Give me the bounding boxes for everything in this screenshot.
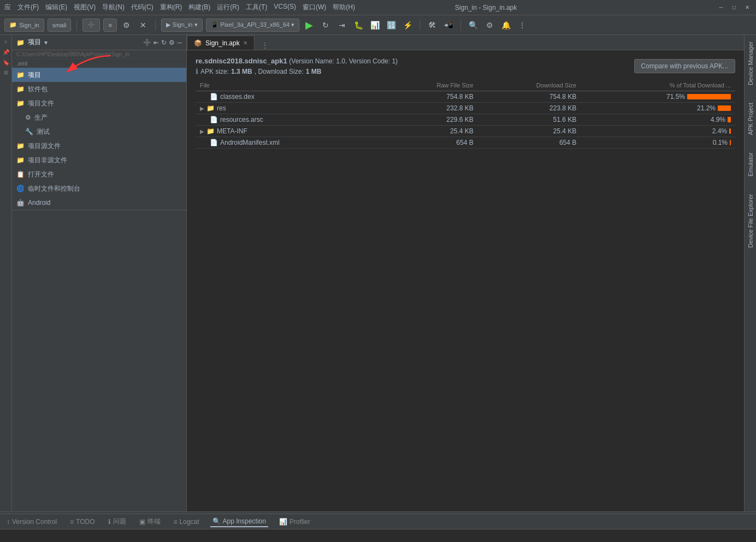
signin-label: Sign_in ▾ — [173, 21, 198, 28]
right-tab-emulator[interactable]: Emulator — [746, 148, 755, 181]
percent-text-0: 71.5% — [666, 93, 685, 101]
menu-app[interactable]: 应 — [4, 3, 11, 12]
left-strip-icon-3[interactable]: 🔖 — [3, 58, 9, 67]
notifications-button[interactable]: 🔔 — [499, 19, 512, 32]
file-table-body: 📄 classes.dex 754.8 KB754.8 KB 71.5% ▶ 📁… — [196, 91, 735, 149]
panel-close-icon[interactable]: ─ — [177, 39, 182, 46]
dropdown-item-project[interactable]: 📁 项目 — [12, 68, 186, 82]
table-row[interactable]: 📄 AndroidManifest.xml 654 B654 B 0.1% — [196, 137, 735, 149]
dropdown-item-production[interactable]: ⚙ 生产 — [12, 110, 186, 125]
dropdown-item-packages[interactable]: 📁 软件包 — [12, 82, 186, 96]
table-row[interactable]: ▶ 📁 META-INF 25.4 KB25.4 KB 2.4% — [196, 126, 735, 137]
close-panel-icon[interactable]: ✕ — [137, 19, 150, 32]
menu-window[interactable]: 窗口(W) — [303, 3, 326, 12]
compare-button[interactable]: Compare with previous APK... — [634, 59, 735, 73]
table-row[interactable]: 📄 resources.arsc 229.6 KB51.6 KB 4.9% — [196, 114, 735, 126]
profile-button[interactable]: 📊 — [368, 19, 381, 32]
bottom-tab-issues[interactable]: ℹ 问题 — [106, 516, 128, 527]
toolbar-separator-3 — [420, 20, 420, 31]
add-config-button[interactable]: ➕ — [82, 19, 100, 32]
table-row[interactable]: 📄 classes.dex 754.8 KB754.8 KB 71.5% — [196, 91, 735, 103]
settings-global-button[interactable]: ⚙ — [483, 19, 496, 32]
panel-dropdown-arrow[interactable]: ▾ — [44, 39, 48, 46]
project-selector[interactable]: 📁 Sign_in — [4, 19, 44, 32]
bottom-tab-profiler[interactable]: 📊 Profiler — [277, 517, 312, 527]
left-strip-icon-1[interactable]: ≡ — [4, 37, 8, 46]
left-strip-icon-4[interactable]: 🛠 — [3, 68, 9, 78]
expand-chevron[interactable]: ▶ — [200, 105, 204, 111]
bottom-tab-version-control[interactable]: ↕ Version Control — [4, 517, 59, 527]
bottom-tab-terminal[interactable]: ▣ 终端 — [137, 516, 163, 527]
bottom-tab-logcat[interactable]: ≡ Logcat — [172, 517, 202, 527]
menu-tools[interactable]: 工具(T) — [246, 3, 267, 12]
menu-bar[interactable]: 应 文件(F) 编辑(E) 视图(V) 导航(N) 代码(C) 重构(R) 构建… — [4, 3, 355, 12]
minimize-button[interactable]: ─ — [717, 3, 725, 12]
menu-view[interactable]: 视图(V) — [74, 3, 96, 12]
energy-button[interactable]: ⚡ — [401, 19, 414, 32]
dropdown-item-projectnonsrc[interactable]: 📁 项目非源文件 — [12, 153, 186, 167]
avd-manager-button[interactable]: 📲 — [442, 19, 455, 32]
step-over-button[interactable]: ⇥ — [335, 19, 349, 32]
module-selector[interactable]: smali — [48, 19, 72, 32]
sdk-manager-button[interactable]: 🛠 — [426, 19, 439, 32]
menu-run[interactable]: 运行(R) — [217, 3, 239, 12]
dropdown-item-openfiles[interactable]: 📋 打开文件 — [12, 167, 186, 181]
settings-icon[interactable]: ⚙ — [120, 19, 133, 32]
apk-tab[interactable]: 📦 Sign_in.apk ✕ — [187, 36, 255, 50]
device-button[interactable]: 📱 Pixel_3a_API_33_x86_64 ▾ — [206, 19, 300, 32]
menu-code[interactable]: 代码(C) — [131, 3, 153, 12]
expand-chevron[interactable]: ▶ — [200, 128, 204, 134]
file-name-cell-1: ▶ 📁 res — [196, 103, 382, 114]
dropdown-label-projectsrc: 项目源文件 — [28, 142, 61, 151]
coverage-button[interactable]: 🔢 — [385, 19, 398, 32]
parallel-button[interactable]: ≡ — [103, 19, 116, 32]
attach-debugger-button[interactable]: 🐛 — [352, 19, 365, 32]
info-icon: ℹ — [196, 67, 198, 75]
right-tab-device-manager[interactable]: Device Manager — [746, 37, 755, 90]
dropdown-label-projectfiles: 项目文件 — [28, 99, 54, 108]
col-percent: % of Total Download ... — [581, 80, 735, 91]
menu-help[interactable]: 帮助(H) — [333, 3, 355, 12]
right-tab-device-file[interactable]: Device File Explorer — [746, 190, 755, 252]
run-button[interactable]: ▶ — [303, 19, 316, 32]
dropdown-item-android[interactable]: 🤖 Android — [12, 196, 186, 210]
reload-button[interactable]: ↻ — [319, 19, 332, 32]
dropdown-item-tempfiles[interactable]: 🌀 临时文件和控制台 — [12, 181, 186, 196]
more-toolbar-button[interactable]: ⋮ — [516, 19, 529, 32]
vc-icon: ↕ — [7, 518, 10, 526]
menu-build[interactable]: 构建(B) — [188, 3, 210, 12]
project-panel-label[interactable]: 项目 — [28, 38, 41, 47]
collapse-icon[interactable]: ⇤ — [153, 39, 159, 46]
sync-icon[interactable]: ↻ — [161, 39, 167, 46]
window-controls[interactable]: ─ □ ✕ — [717, 3, 752, 12]
left-strip-icon-2[interactable]: 📌 — [3, 48, 9, 57]
maximize-button[interactable]: □ — [730, 3, 739, 12]
menu-nav[interactable]: 导航(N) — [102, 3, 125, 12]
add-icon[interactable]: ➕ — [143, 39, 151, 46]
dropdown-item-projectfiles[interactable]: 📁 项目文件 — [12, 96, 186, 110]
project-panel: 📁 项目 ▾ ➕ ⇤ ↻ ⚙ ─ C:\Users\HP\Desktop\980… — [12, 35, 187, 511]
tab-more-button[interactable]: ⋮ — [257, 41, 273, 50]
file-name-cell-0: 📄 classes.dex — [196, 91, 382, 103]
close-button[interactable]: ✕ — [743, 3, 752, 12]
file-name-1: res — [217, 104, 226, 112]
folder-icon-projectsrc: 📁 — [16, 142, 25, 150]
menu-file[interactable]: 文件(F) — [17, 3, 39, 12]
apk-tab-close[interactable]: ✕ — [243, 40, 247, 46]
bottom-tab-app-inspection[interactable]: 🔍 App Inspection — [210, 516, 268, 527]
panel-settings-icon[interactable]: ⚙ — [169, 39, 175, 46]
table-header-row: File Raw File Size Download Size % of To… — [196, 80, 735, 91]
menu-vcs[interactable]: VCS(S) — [274, 3, 296, 12]
right-tab-apk-project[interactable]: APK Project — [746, 98, 755, 139]
dropdown-item-projectsrc[interactable]: 📁 项目源文件 — [12, 139, 186, 153]
dropdown-label-project: 项目 — [28, 70, 41, 80]
menu-refactor[interactable]: 重构(R) — [160, 3, 182, 12]
search-button[interactable]: 🔍 — [466, 19, 480, 32]
table-row[interactable]: ▶ 📁 res 232.8 KB223.8 KB 21.2% — [196, 103, 735, 114]
dropdown-item-test[interactable]: 🔧 测试 — [12, 125, 186, 139]
file-name-2: resources.arsc — [220, 116, 263, 123]
bottom-tab-todo[interactable]: ≡ TODO — [68, 517, 97, 527]
device-label: Pixel_3a_API_33_x86_64 ▾ — [221, 21, 295, 28]
run-config-button[interactable]: ▶ Sign_in ▾ — [161, 19, 203, 32]
menu-edit[interactable]: 编辑(E) — [45, 3, 67, 12]
